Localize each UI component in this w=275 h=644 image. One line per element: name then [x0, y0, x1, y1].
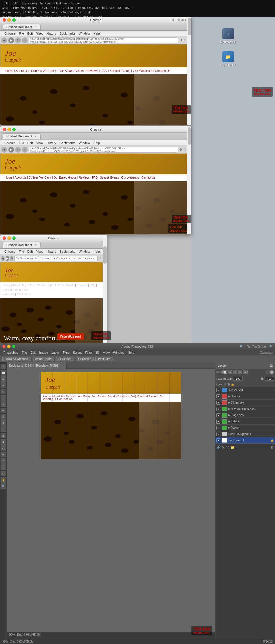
- ps-max-btn[interactable]: [12, 345, 15, 348]
- close-btn-2[interactable]: [3, 128, 6, 131]
- ps-tool-magic[interactable]: ✦: [1, 382, 6, 388]
- ps-tool-history[interactable]: ↺: [1, 420, 6, 426]
- nav-link-baked[interactable]: Our Baked Goods: [51, 284, 74, 287]
- ps-opacity-input[interactable]: 100: [234, 377, 243, 381]
- ps-delete-layer-icon[interactable]: 🗑: [270, 445, 274, 449]
- back-btn-3[interactable]: ◀: [1, 256, 5, 261]
- ps-tool-marquee[interactable]: ⬜: [1, 370, 6, 376]
- address-bar-1[interactable]: file:///Shared/Ten%20Ton%20Online/Operat…: [29, 37, 178, 43]
- tab-close-2[interactable]: ✕: [35, 135, 37, 138]
- layer-eye-footer[interactable]: ●: [216, 426, 220, 430]
- refresh-btn-1[interactable]: ↻: [15, 37, 21, 43]
- menu-bookmarks-1[interactable]: Bookmarks: [58, 32, 77, 35]
- ps-filter-smart[interactable]: ◈: [243, 370, 248, 374]
- tab-2[interactable]: Untitled Document ✕: [3, 133, 41, 139]
- ps-menu-view[interactable]: View: [101, 351, 111, 354]
- ps-menu-type[interactable]: Type: [61, 351, 71, 354]
- min-btn-1[interactable]: [7, 18, 11, 22]
- menu-help-1[interactable]: Help: [92, 32, 102, 35]
- layer-item-footer[interactable]: ● ▶ Footer: [215, 425, 275, 431]
- ps-menu-help[interactable]: Help: [126, 351, 136, 354]
- star-icon-2[interactable]: ☆: [183, 148, 186, 151]
- scroll-thumb-3[interactable]: [103, 246, 107, 264]
- star-icon-1[interactable]: ☆: [183, 38, 186, 42]
- close-btn-1[interactable]: [3, 18, 6, 22]
- home-btn-1[interactable]: ⌂: [22, 37, 28, 43]
- ps-lock-pos-icon[interactable]: ⊕: [224, 383, 226, 386]
- menu-view-2[interactable]: View: [35, 141, 45, 145]
- forward-btn-1[interactable]: ▶: [8, 37, 14, 43]
- ps-lock-all-icon[interactable]: 🔒: [231, 383, 234, 386]
- ps-filter-shape[interactable]: ⬡: [238, 370, 242, 374]
- ps-filter-adjust[interactable]: ◑: [228, 370, 232, 374]
- ps-menu-file[interactable]: File: [20, 351, 29, 354]
- ps-print-size[interactable]: Print Size: [95, 357, 113, 361]
- menu-bookmarks-3[interactable]: Bookmarks: [58, 250, 77, 253]
- tab-1[interactable]: Untitled Document ✕: [3, 24, 41, 30]
- ps-tool-zoom[interactable]: 🔍: [1, 483, 6, 489]
- ps-doc-tab[interactable]: Design.psd @ 90% (Slideshow, RGB/8) ✕: [7, 362, 67, 369]
- nav-link-about[interactable]: About Us: [12, 284, 24, 287]
- ps-menu-window[interactable]: Window: [111, 351, 126, 354]
- ps-link-layers-icon[interactable]: 🔗: [216, 445, 221, 449]
- layer-item-new-additions[interactable]: ● ▶ New Additions Area: [215, 406, 275, 412]
- menu-bookmarks-2[interactable]: Bookmarks: [58, 141, 77, 145]
- menu-file-1[interactable]: File: [17, 32, 26, 35]
- forward-btn-2[interactable]: ▶: [8, 147, 14, 153]
- ps-scroll-all[interactable]: Scroll All Windows: [2, 357, 31, 361]
- home-btn-2[interactable]: ⌂: [22, 147, 28, 153]
- layer-item-blog[interactable]: ● ▶ Blog Loop: [215, 412, 275, 418]
- ps-tool-shape[interactable]: ⬡: [1, 471, 6, 476]
- ps-fit-screen-1[interactable]: Fit Screen: [56, 357, 74, 361]
- menu-history-2[interactable]: History: [45, 141, 58, 145]
- menu-file-2[interactable]: File: [17, 141, 26, 145]
- ps-tool-blur[interactable]: ◑: [1, 439, 6, 445]
- webinar-button[interactable]: Free Webinar!: [57, 333, 84, 340]
- refresh-btn-3[interactable]: ↻: [10, 256, 13, 261]
- scroll-thumb-2[interactable]: [188, 127, 191, 145]
- desktop-icon-marimba[interactable]: ♪ Marimba HD: [220, 28, 236, 44]
- close-btn-3[interactable]: [3, 236, 6, 240]
- search-icon-1[interactable]: ⚙: [179, 38, 182, 42]
- ps-tool-clone[interactable]: ⊕: [1, 414, 6, 420]
- menu-chrome-2[interactable]: Chrome: [3, 141, 17, 145]
- layer-eye-grid[interactable]: ●: [216, 388, 220, 392]
- menu-edit-2[interactable]: Edit: [26, 141, 35, 145]
- ps-tool-eyedrop[interactable]: ✒: [1, 395, 6, 401]
- ps-tool-eraser[interactable]: ◻: [1, 426, 6, 432]
- ps-min-btn[interactable]: [7, 345, 11, 348]
- ps-menu-filter[interactable]: Filter: [83, 351, 94, 354]
- nav-link-contact[interactable]: Contact Us: [17, 293, 31, 296]
- ps-filter-pixel[interactable]: ⬜: [222, 370, 227, 374]
- ps-menu-3d[interactable]: 3D: [94, 351, 101, 354]
- nav-link-home[interactable]: Home: [3, 284, 10, 287]
- ps-menu-edit[interactable]: Edit: [29, 351, 37, 354]
- menu-window-1[interactable]: Window: [77, 32, 92, 35]
- nav-link-coffees[interactable]: Coffees We Carry: [27, 284, 49, 287]
- ps-filter-type[interactable]: T: [233, 370, 237, 374]
- layer-eye-header[interactable]: ●: [216, 394, 220, 398]
- ps-tool-type[interactable]: T: [1, 458, 6, 464]
- menu-window-2[interactable]: Window: [77, 141, 92, 145]
- nav-link-reviews[interactable]: Reviews: [77, 284, 87, 287]
- tab-close-3[interactable]: ✕: [35, 244, 37, 246]
- address-bar-2[interactable]: file:///Shared/Ten%20Ton%20Online/Operat…: [29, 147, 178, 153]
- ps-lock-art-icon[interactable]: ⊞: [227, 383, 230, 386]
- max-btn-3[interactable]: [12, 236, 16, 240]
- menu-edit-3[interactable]: Edit: [26, 250, 35, 253]
- ps-create-group-icon[interactable]: 📁: [230, 445, 235, 449]
- tab-close-1[interactable]: ✕: [35, 25, 37, 28]
- ps-new-layer-icon[interactable]: +: [236, 445, 238, 449]
- menu-chrome-1[interactable]: Chrome: [3, 32, 17, 35]
- tab-3[interactable]: Untitled Document ✕: [3, 242, 41, 248]
- menu-view-1[interactable]: View: [35, 32, 45, 35]
- ps-search-icon-2[interactable]: 🔍: [269, 345, 273, 348]
- ps-menu-layer[interactable]: Layer: [50, 351, 61, 354]
- ps-tool-dodge[interactable]: ◐: [1, 445, 6, 451]
- ps-tool-brush[interactable]: ✏: [1, 408, 6, 413]
- back-btn-2[interactable]: ◀: [1, 147, 7, 153]
- layer-eye-background[interactable]: ●: [216, 438, 220, 442]
- ps-tool-heal[interactable]: ✙: [1, 401, 6, 407]
- ps-tool-hand[interactable]: ✋: [1, 477, 6, 483]
- layer-item-header[interactable]: ● ▶ Header: [215, 393, 275, 400]
